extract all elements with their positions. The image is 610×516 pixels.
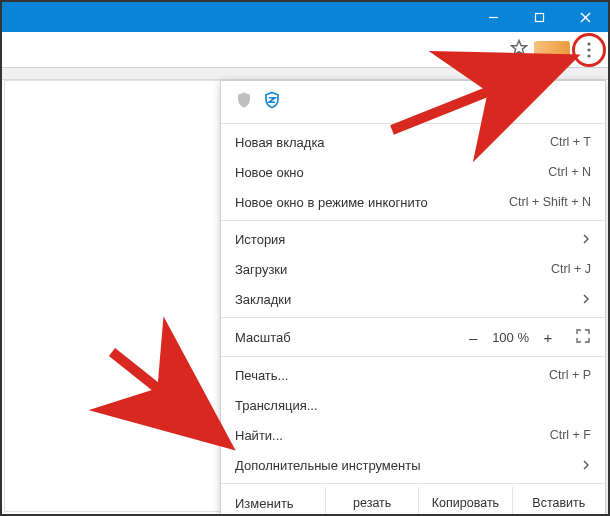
menu-item-label: Трансляция... xyxy=(235,398,318,413)
menu-item-label: Новое окно xyxy=(235,165,304,180)
menu-item-label: Новая вкладка xyxy=(235,135,325,150)
annotation-circle xyxy=(572,33,606,67)
menu-downloads[interactable]: Загрузки Ctrl + J xyxy=(221,254,605,284)
window-titlebar xyxy=(2,2,608,32)
browser-toolbar xyxy=(2,32,608,68)
svg-marker-4 xyxy=(512,41,527,55)
zenmate-icon[interactable] xyxy=(263,91,281,112)
chevron-right-icon xyxy=(581,232,591,247)
fullscreen-icon[interactable] xyxy=(567,328,591,347)
edit-label: Изменить xyxy=(235,496,325,511)
close-button[interactable] xyxy=(562,2,608,32)
shield-icon[interactable] xyxy=(235,91,253,112)
page-content xyxy=(4,80,224,512)
extensions-row xyxy=(221,85,605,120)
menu-bookmarks[interactable]: Закладки xyxy=(221,284,605,314)
menu-item-label: Новое окно в режиме инкогнито xyxy=(235,195,428,210)
zoom-label: Масштаб xyxy=(235,330,456,345)
copy-button[interactable]: Копировать xyxy=(418,487,511,516)
cut-button[interactable]: резать xyxy=(325,487,418,516)
menu-shortcut: Ctrl + Shift + N xyxy=(509,195,591,209)
menu-item-label: Найти... xyxy=(235,428,283,443)
menu-incognito[interactable]: Новое окно в режиме инкогнито Ctrl + Shi… xyxy=(221,187,605,217)
menu-more-tools[interactable]: Дополнительные инструменты xyxy=(221,450,605,480)
menu-new-tab[interactable]: Новая вкладка Ctrl + T xyxy=(221,127,605,157)
menu-shortcut: Ctrl + J xyxy=(551,262,591,276)
bookmark-star-icon[interactable] xyxy=(510,39,528,60)
chrome-menu-button[interactable] xyxy=(576,37,602,63)
menu-item-label: Печать... xyxy=(235,368,288,383)
maximize-button[interactable] xyxy=(516,2,562,32)
zoom-in-button[interactable]: + xyxy=(541,329,555,346)
menu-print[interactable]: Печать... Ctrl + P xyxy=(221,360,605,390)
menu-history[interactable]: История xyxy=(221,224,605,254)
menu-shortcut: Ctrl + N xyxy=(548,165,591,179)
menu-item-label: Закладки xyxy=(235,292,291,307)
menu-edit-row: Изменить резать Копировать Вставить xyxy=(221,487,605,516)
menu-item-label: История xyxy=(235,232,285,247)
menu-shortcut: Ctrl + F xyxy=(550,428,591,442)
chevron-right-icon xyxy=(581,458,591,473)
minimize-button[interactable] xyxy=(470,2,516,32)
menu-find[interactable]: Найти... Ctrl + F xyxy=(221,420,605,450)
zoom-value: 100 % xyxy=(492,330,529,345)
zoom-out-button[interactable]: – xyxy=(466,329,480,346)
tab-strip-area xyxy=(2,68,608,80)
svg-rect-1 xyxy=(535,13,543,21)
menu-shortcut: Ctrl + T xyxy=(550,135,591,149)
menu-item-label: Дополнительные инструменты xyxy=(235,458,421,473)
chevron-right-icon xyxy=(581,292,591,307)
menu-item-label: Загрузки xyxy=(235,262,287,277)
paste-button[interactable]: Вставить xyxy=(512,487,605,516)
menu-cast[interactable]: Трансляция... xyxy=(221,390,605,420)
chrome-menu: Новая вкладка Ctrl + T Новое окно Ctrl +… xyxy=(220,80,606,516)
menu-shortcut: Ctrl + P xyxy=(549,368,591,382)
menu-zoom-row: Масштаб – 100 % + xyxy=(221,321,605,353)
profile-chip[interactable] xyxy=(534,41,570,59)
menu-new-window[interactable]: Новое окно Ctrl + N xyxy=(221,157,605,187)
